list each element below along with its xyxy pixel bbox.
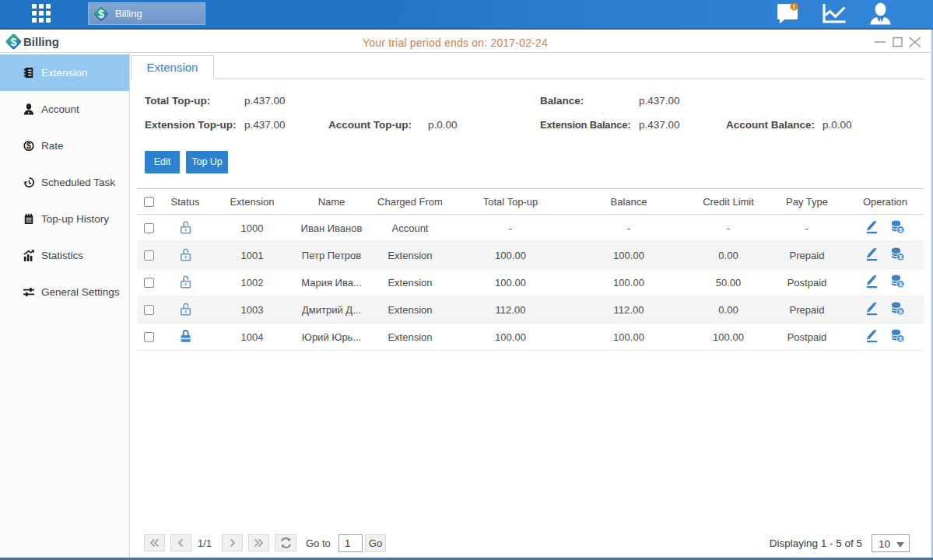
svg-text:!: ! bbox=[793, 3, 795, 11]
svg-text:$: $ bbox=[98, 8, 104, 20]
svg-text:$: $ bbox=[26, 141, 31, 150]
